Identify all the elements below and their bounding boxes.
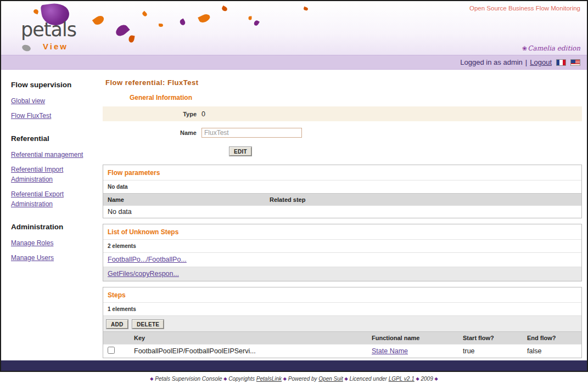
sidebar-link-referential-import[interactable]: Referential Import Administration (11, 165, 93, 184)
column-header-start-flow: Start flow? (463, 335, 527, 341)
empty-data-cell: No data (103, 208, 270, 216)
content-area: Flow supervision Global view Flow FluxTe… (1, 70, 587, 360)
sidebar-link-referential-management[interactable]: Referential management (11, 150, 93, 160)
petals-logo: petals View (16, 2, 93, 54)
login-separator: | (525, 58, 527, 66)
copyright-console-text: Petals Supervision Console (155, 376, 222, 382)
sidebar-section-flow-supervision: Flow supervision Global view Flow FluxTe… (11, 81, 102, 121)
step-functional-name-cell: State Name (372, 347, 463, 355)
lgpl-link[interactable]: LGPL v2.1 (389, 376, 415, 382)
petal-decoration (128, 35, 135, 43)
copyright-copyrights-text: Copyrights (228, 376, 255, 382)
edition-label: ❀Camelia edition (522, 44, 580, 52)
diamond-separator: ◆ (150, 376, 153, 381)
petal-decoration (114, 22, 130, 38)
flow-parameters-heading: Flow parameters (103, 165, 581, 180)
petal-decoration (142, 11, 148, 17)
header: Open Source Business Flow Monitoring pet… (1, 1, 587, 55)
copyright: ◆ Petals Supervision Console ◆ Copyright… (0, 376, 588, 382)
step-end-flow-cell: false (527, 347, 581, 355)
column-header-functional-name: Functional name (372, 335, 463, 341)
unknown-step-link-footballpool[interactable]: FootballPo.../FootballPo... (108, 256, 187, 263)
mouse-icon (21, 44, 32, 52)
flow-parameters-header-row: Name Related step (103, 193, 581, 206)
sidebar-heading-administration: Administration (11, 223, 102, 231)
unknown-steps-count: 2 elements (103, 239, 581, 252)
petal-decoration (198, 13, 211, 24)
petal-decoration (249, 16, 252, 20)
app-tagline: Open Source Business Flow Monitoring (469, 5, 580, 12)
unknown-step-row[interactable]: GetFiles/copyRespon... (103, 267, 581, 281)
step-table-row: FootballPoolEIP/FootballPoolEIPServi... … (103, 344, 581, 358)
login-status: Logged in as admin (460, 58, 522, 66)
sidebar-section-referential: Referential Referential management Refer… (11, 134, 102, 209)
logout-link[interactable]: Logout (530, 58, 552, 66)
open-suit-link[interactable]: Open Suit (318, 376, 343, 382)
unknown-steps-box: List of Unknown Steps 2 elements Footbal… (103, 224, 582, 281)
general-information-section: General Information Type 0 Name EDIT (103, 94, 582, 156)
footer-bar (1, 360, 587, 371)
logo-dot-icon (33, 9, 39, 15)
delete-button[interactable]: DELETE (132, 320, 164, 329)
diamond-separator: ◆ (283, 376, 287, 381)
main-content: Flow referential: FluxTest General Infor… (102, 70, 587, 360)
name-input[interactable] (201, 128, 302, 138)
steps-box: Steps 1 elements ADD DELETE Key Function… (103, 287, 582, 358)
sidebar-link-flow-fluxtest[interactable]: Flow FluxTest (11, 111, 93, 121)
diamond-separator: ◆ (223, 376, 227, 381)
petal-decoration (159, 24, 163, 27)
copyright-year-text: 2009 (421, 376, 433, 382)
name-row: Name (103, 125, 582, 140)
column-header-key: Key (134, 335, 372, 341)
app-window: Open Source Business Flow Monitoring pet… (0, 0, 588, 372)
diamond-separator: ◆ (435, 376, 438, 381)
sidebar-heading-flow-supervision: Flow supervision (11, 81, 102, 89)
type-label: Type (103, 111, 201, 117)
step-checkbox-cell (103, 347, 134, 355)
page-title: Flow referential: FluxTest (105, 78, 582, 87)
petal-decoration (253, 20, 260, 27)
petal-decoration (303, 7, 309, 11)
add-button[interactable]: ADD (107, 320, 128, 329)
steps-count: 1 elements (103, 302, 581, 315)
sidebar-link-referential-export[interactable]: Referential Export Administration (11, 189, 93, 209)
edit-button[interactable]: EDIT (229, 147, 251, 156)
step-row-checkbox[interactable] (108, 347, 115, 354)
state-name-link[interactable]: State Name (372, 347, 408, 355)
petal-decoration (179, 18, 186, 26)
name-label: Name (103, 129, 201, 136)
unknown-step-link-getfiles[interactable]: GetFiles/copyRespon... (108, 270, 179, 278)
flag-france-icon[interactable] (556, 59, 566, 66)
steps-heading: Steps (103, 287, 581, 302)
sidebar-section-administration: Administration Manage Roles Manage Users (11, 223, 102, 263)
type-row: Type 0 (103, 106, 582, 121)
petal-decoration (92, 14, 105, 27)
logo-view-label: View (43, 42, 68, 51)
camelia-flower-icon: ❀ (522, 45, 527, 52)
column-header-checkbox (103, 335, 134, 341)
step-start-flow-cell: true (463, 347, 527, 355)
flag-usa-icon[interactable] (570, 59, 580, 66)
sidebar: Flow supervision Global view Flow FluxTe… (1, 70, 102, 360)
flow-parameters-empty-row: No data (103, 206, 581, 218)
sidebar-heading-referential: Referential (11, 134, 102, 143)
column-header-name: Name (103, 196, 270, 203)
unknown-steps-heading: List of Unknown Steps (103, 224, 581, 239)
flow-parameters-count: No data (103, 180, 581, 193)
sidebar-link-manage-roles[interactable]: Manage Roles (11, 238, 93, 248)
diamond-separator: ◆ (416, 376, 419, 381)
steps-header-row: Key Functional name Start flow? End flow… (103, 331, 581, 344)
step-key-cell: FootballPoolEIP/FootballPoolEIPServi... (134, 347, 372, 355)
unknown-step-row[interactable]: FootballPo.../FootballPo... (103, 252, 581, 267)
steps-toolbar: ADD DELETE (103, 315, 581, 331)
column-header-end-flow: End flow? (527, 335, 581, 341)
general-information-heading: General Information (130, 94, 582, 101)
diamond-separator: ◆ (345, 376, 348, 381)
petal-decoration (221, 5, 228, 12)
petalslink-link[interactable]: PetalsLink (256, 376, 282, 382)
copyright-licence-text: Licenced under (350, 376, 387, 382)
sidebar-link-global-view[interactable]: Global view (11, 96, 93, 106)
logo-wordmark: petals (21, 19, 76, 41)
column-header-related-step: Related step (270, 196, 581, 203)
sidebar-link-manage-users[interactable]: Manage Users (11, 253, 93, 263)
